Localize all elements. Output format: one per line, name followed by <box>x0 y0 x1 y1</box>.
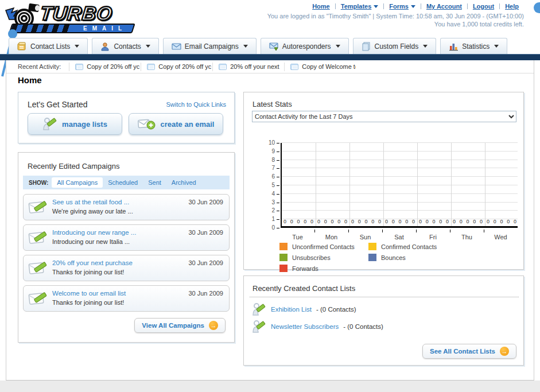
legend-item: Bounces <box>368 254 457 261</box>
legend-label: Unconfirmed Contacts <box>292 243 355 250</box>
header-link-label: Logout <box>473 3 494 10</box>
gridline-horizontal <box>282 202 518 203</box>
contact-list-name[interactable]: Newsletter Subscribers <box>271 323 339 330</box>
login-info: You are logged in as "Timothy Smith" | S… <box>267 12 524 28</box>
bar-value-label: 0 <box>433 219 436 224</box>
chevron-down-icon <box>411 5 415 8</box>
create-email-button[interactable]: create an email <box>129 113 223 135</box>
recent-activity-item[interactable]: Copy of 20% off yc <box>69 63 141 71</box>
gridline-horizontal <box>282 210 518 211</box>
filter-sent[interactable]: Sent <box>143 177 166 188</box>
contact-list-item[interactable]: Newsletter Subscribers - (0 Contacts) <box>252 320 383 333</box>
y-axis-tick-label: 10 <box>261 139 275 146</box>
x-axis-tick-label: Wed <box>484 234 518 240</box>
bar-value-label: 0 <box>358 219 361 224</box>
view-all-campaigns-button[interactable]: View All Campaigns → <box>134 318 226 333</box>
gridline-horizontal <box>282 142 518 143</box>
header-link-logout[interactable]: Logout <box>468 3 499 10</box>
envelope-arrow-icon <box>269 42 279 51</box>
button-label: manage lists <box>62 120 107 129</box>
bar-value-label: 0 <box>365 219 368 224</box>
show-label: SHOW: <box>23 180 52 186</box>
envelope-pencil-icon <box>28 290 49 306</box>
campaign-date: 30 Jun 2009 <box>188 290 223 297</box>
filter-scheduled[interactable]: Scheduled <box>103 177 143 188</box>
chevron-down-icon <box>146 45 150 48</box>
x-axis-tick-label: Sat <box>382 234 416 240</box>
switch-quick-links[interactable]: Switch to Quick Links <box>166 101 226 108</box>
header-link-home[interactable]: Home <box>307 3 335 10</box>
campaign-item[interactable]: Introducing our new range ...Introducing… <box>23 224 230 251</box>
y-axis-tick-label: 7 <box>261 165 275 171</box>
campaign-title-link[interactable]: Welcome to our email list <box>52 290 126 297</box>
main-nav-tabs: Contact Lists Contacts Email Campaigns A… <box>9 38 507 54</box>
filter-all-campaigns[interactable]: All Campaigns <box>52 177 103 188</box>
header-link-my-account[interactable]: My Account <box>421 3 467 10</box>
button-label: See All Contact Lists <box>430 348 495 355</box>
campaigns-panel-title: Recently Edited Campaigns <box>28 162 119 170</box>
y-axis-tick <box>277 160 279 161</box>
filter-archived[interactable]: Archived <box>166 177 201 188</box>
button-label: View All Campaigns <box>142 322 204 329</box>
gridline-horizontal <box>282 168 518 168</box>
tab-label: Custom Fields <box>375 42 419 51</box>
contact-list-item[interactable]: Exhibition List - (0 Contacts) <box>252 302 356 316</box>
tab-email-campaigns[interactable]: Email Campaigns <box>163 38 257 54</box>
header-link-forms[interactable]: Forms <box>384 3 421 10</box>
contact-list-name[interactable]: Exhibition List <box>271 306 312 313</box>
stats-panel-title: Latest Stats <box>252 100 292 108</box>
gridline-horizontal <box>282 151 518 152</box>
contact-list-count: - (0 Contacts) <box>316 306 356 313</box>
x-axis-tick <box>450 230 450 232</box>
campaign-item[interactable]: See us at the retail food ...We're givin… <box>23 194 230 220</box>
stats-report-select[interactable]: Contact Activity for the Last 7 Days <box>252 111 516 122</box>
tab-custom-fields[interactable]: Custom Fields <box>353 38 437 54</box>
get-started-panel: Let's Get Started Switch to Quick Links … <box>18 92 235 143</box>
get-started-title: Let's Get Started <box>28 100 88 109</box>
y-axis-tick-label: 2 <box>261 207 275 214</box>
legend-item: Unconfirmed Contacts <box>279 243 368 250</box>
y-axis-tick-label: 3 <box>261 199 275 205</box>
activity-item-label: Copy of 20% off yc <box>87 63 139 70</box>
content-wrapper: Recent Activity: Copy of 20% off yc Copy… <box>6 60 534 381</box>
tab-statistics[interactable]: Statistics <box>440 38 507 54</box>
gridline-horizontal <box>282 176 518 177</box>
bar-value-label: 0 <box>290 219 293 224</box>
y-axis-tick-label: 8 <box>261 157 275 163</box>
recently-edited-campaigns-panel: Recently Edited Campaigns SHOW: All Camp… <box>18 152 235 343</box>
bar-value-label: 0 <box>500 219 503 224</box>
campaign-item[interactable]: Welcome to our email listThanks for join… <box>23 285 230 312</box>
bar-value-label: 0 <box>304 219 306 224</box>
bar-value-label: 0 <box>337 219 340 224</box>
bar-value-label: 0 <box>392 219 395 224</box>
campaign-title-link[interactable]: Introducing our new range ... <box>52 229 136 236</box>
header-link-help[interactable]: Help <box>500 3 524 10</box>
contact-activity-chart: 00000000000000000000000000000000000 <box>281 143 518 228</box>
bar-value-label: 0 <box>405 219 408 224</box>
campaign-title-link[interactable]: See us at the retail food ... <box>52 199 129 205</box>
tab-autoresponders[interactable]: Autoresponders <box>261 38 349 54</box>
x-axis-tick <box>382 230 383 232</box>
campaign-subtitle: We're giving away our late ... <box>52 208 133 215</box>
recent-activity-item[interactable]: Copy of Welcome tc <box>284 63 356 71</box>
tab-contacts[interactable]: Contacts <box>92 38 158 54</box>
gridline-horizontal <box>282 193 518 194</box>
bar-value-label: 0 <box>507 219 510 224</box>
legend-swatch-confirmed <box>368 243 376 250</box>
header-link-templates[interactable]: Templates <box>336 3 384 10</box>
latest-stats-panel: Latest Stats Contact Activity for the La… <box>243 92 524 270</box>
recent-activity-item[interactable]: 20% off your next <box>212 63 284 71</box>
campaign-title-link[interactable]: 20% off your next purchase <box>52 259 133 266</box>
bar-value-label: 0 <box>480 219 483 224</box>
y-axis-tick-label: 6 <box>261 173 275 180</box>
campaign-item[interactable]: 20% off your next purchaseThanks for joi… <box>23 255 230 281</box>
recent-activity-item[interactable]: Copy of 20% off yc <box>141 63 212 71</box>
legend-item: Forwards <box>279 265 368 272</box>
see-all-contact-lists-button[interactable]: See All Contact Lists → <box>422 344 516 359</box>
manage-lists-button[interactable]: manage lists <box>28 113 122 135</box>
bar-value-label: 0 <box>473 219 476 224</box>
bar-value-label: 0 <box>378 219 381 224</box>
x-axis-tick <box>348 230 349 232</box>
envelope-pencil-icon <box>28 260 49 276</box>
tab-contact-lists[interactable]: Contact Lists <box>9 38 88 54</box>
